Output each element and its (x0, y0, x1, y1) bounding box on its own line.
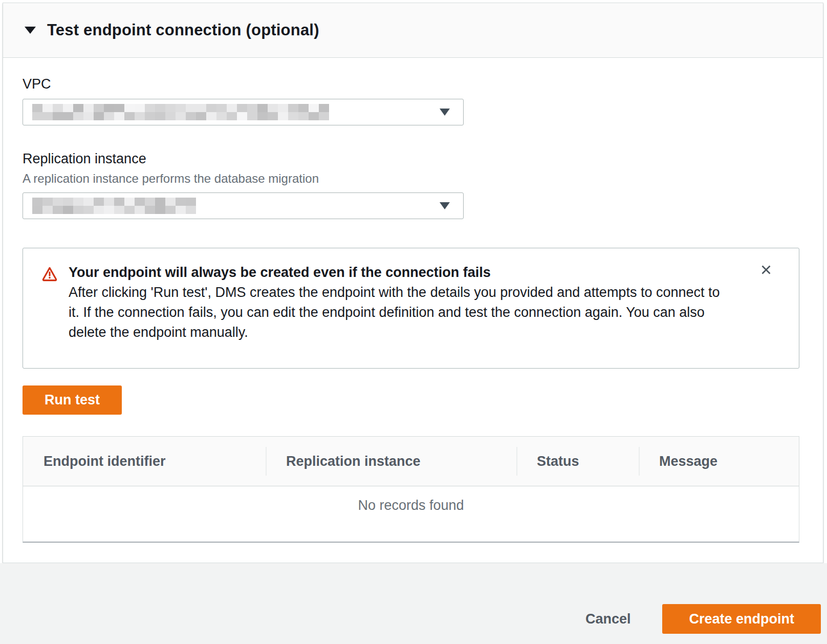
footer-actions: Cancel Create endpoint (585, 604, 821, 634)
create-endpoint-button[interactable]: Create endpoint (662, 604, 821, 634)
chevron-down-icon (440, 109, 450, 116)
page-footer: Cancel Create endpoint (0, 563, 827, 644)
section-header[interactable]: Test endpoint connection (optional) (3, 3, 823, 58)
column-header-endpoint-identifier: Endpoint identifier (23, 437, 266, 486)
alert-title: Your endpoint will always be created eve… (69, 263, 727, 283)
replication-instance-description: A replication instance performs the data… (23, 171, 799, 186)
section-title: Test endpoint connection (optional) (47, 21, 319, 39)
section-content: VPC Replication instance A replication i… (3, 76, 823, 543)
column-header-replication-instance: Replication instance (266, 437, 516, 486)
test-endpoint-panel: Test endpoint connection (optional) VPC … (3, 3, 823, 563)
run-test-button[interactable]: Run test (23, 385, 122, 415)
table-empty-message: No records found (23, 486, 799, 542)
warning-alert: Your endpoint will always be created eve… (23, 248, 799, 369)
redacted-value (32, 104, 329, 120)
warning-triangle-icon (41, 266, 58, 284)
chevron-down-icon (440, 202, 450, 209)
cancel-button[interactable]: Cancel (585, 611, 631, 627)
collapse-caret-icon (25, 27, 36, 34)
column-header-message: Message (639, 437, 799, 486)
close-icon[interactable] (757, 261, 775, 279)
replication-instance-select[interactable] (23, 192, 464, 219)
replication-instance-label: Replication instance (23, 151, 799, 167)
test-results-table: Endpoint identifier Replication instance… (23, 436, 799, 543)
column-header-status: Status (516, 437, 639, 486)
table-header-row: Endpoint identifier Replication instance… (23, 437, 799, 486)
alert-body: After clicking 'Run test', DMS creates t… (69, 283, 727, 342)
vpc-select[interactable] (23, 99, 464, 125)
redacted-value (32, 198, 196, 214)
vpc-label: VPC (23, 76, 799, 92)
